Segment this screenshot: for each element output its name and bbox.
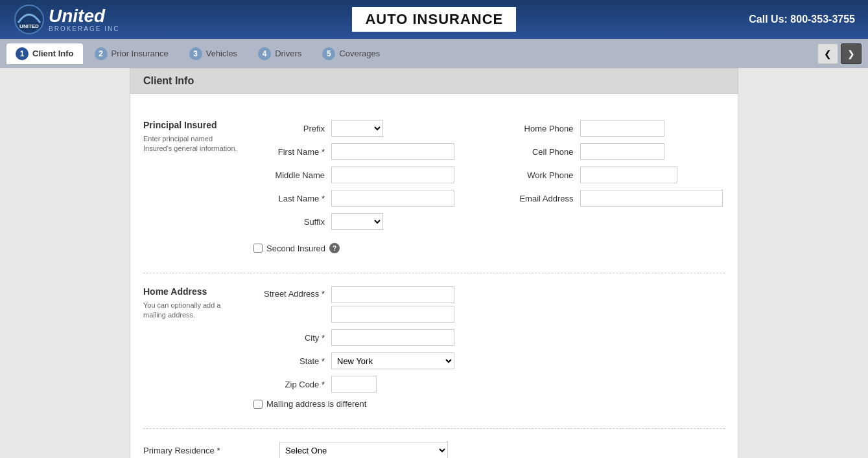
- middle-name-label: Middle Name: [253, 170, 325, 180]
- second-insured-row: Second Insured ?: [253, 243, 725, 253]
- second-insured-checkbox[interactable]: [253, 244, 263, 253]
- principal-insured-fields: Prefix Mr. Mrs. Ms. Dr.: [253, 120, 725, 260]
- principal-insured-heading: Principal Insured: [143, 120, 240, 130]
- home-address-fields: Street Address * City State: [253, 286, 725, 415]
- home-address-section: Home Address You can optionally add a ma…: [143, 273, 725, 429]
- home-phone-row: Home Phone: [502, 120, 725, 137]
- work-phone-label: Work Phone: [502, 170, 574, 180]
- col-right: Home Phone Cell Phone Work Phone: [502, 120, 725, 236]
- last-name-label: Last Name: [253, 194, 325, 203]
- tab-client-info-label: Client Info: [32, 49, 74, 58]
- first-name-label: First Name: [253, 147, 325, 157]
- header: UNITED United BROKERAGE INC AUTO INSURAN…: [0, 0, 868, 39]
- work-phone-row: Work Phone: [502, 166, 725, 183]
- street-address-inputs: [331, 286, 454, 323]
- suffix-label: Suffix: [253, 217, 325, 227]
- nav-next-arrow[interactable]: ❯: [841, 43, 862, 64]
- mailing-address-label: Mailing address is different: [266, 399, 366, 409]
- home-phone-input[interactable]: [580, 120, 664, 137]
- tab-client-info[interactable]: 1 Client Info: [6, 43, 83, 64]
- last-name-row: Last Name: [253, 190, 476, 207]
- first-name-input[interactable]: [331, 143, 454, 160]
- prefix-row: Prefix Mr. Mrs. Ms. Dr.: [253, 120, 476, 137]
- page-title: Client Info: [143, 75, 194, 86]
- tab-prior-insurance[interactable]: 2 Prior Insurance: [86, 43, 178, 64]
- state-select[interactable]: New York Alabama Alaska California: [331, 352, 454, 369]
- mailing-address-checkbox[interactable]: [253, 400, 263, 409]
- mailing-address-row: Mailing address is different: [253, 399, 725, 409]
- content-header: Client Info: [130, 69, 738, 94]
- second-insured-help-icon[interactable]: ?: [329, 243, 340, 253]
- email-row: Email Address: [502, 190, 725, 207]
- nav-tabs: 1 Client Info 2 Prior Insurance 3 Vehicl…: [0, 39, 868, 68]
- city-label: City: [253, 333, 325, 343]
- zip-code-input[interactable]: [331, 376, 377, 393]
- cell-phone-label: Cell Phone: [502, 147, 574, 157]
- street-address-row: Street Address *: [253, 286, 725, 323]
- step-2-num: 2: [95, 47, 108, 60]
- principal-insured-description: Enter principal named Insured's general …: [143, 134, 240, 154]
- home-phone-label: Home Phone: [502, 124, 574, 133]
- svg-text:UNITED: UNITED: [19, 23, 39, 29]
- call-label: Call Us:: [749, 14, 788, 25]
- prefix-label: Prefix: [253, 124, 325, 133]
- principal-insured-section: Principal Insured Enter principal named …: [143, 107, 725, 273]
- logo-sub: BROKERAGE INC: [49, 25, 119, 32]
- step-4-num: 4: [258, 47, 271, 60]
- call-number: 800-353-3755: [790, 14, 855, 25]
- tab-prior-insurance-label: Prior Insurance: [111, 49, 169, 58]
- svg-point-0: [15, 5, 43, 34]
- step-1-num: 1: [16, 47, 29, 60]
- home-address-description: You can optionally add a mailing address…: [143, 301, 240, 321]
- middle-name-row: Middle Name: [253, 166, 476, 183]
- home-address-heading: Home Address: [143, 286, 240, 297]
- city-row: City: [253, 329, 725, 346]
- cell-phone-row: Cell Phone: [502, 143, 725, 160]
- logo-name: United: [49, 6, 105, 26]
- tab-coverages-label: Coverages: [339, 49, 380, 58]
- logo-icon: UNITED: [13, 3, 45, 36]
- state-row: State New York Alabama Alaska California: [253, 352, 725, 369]
- email-input[interactable]: [580, 190, 723, 207]
- cell-phone-input[interactable]: [580, 143, 664, 160]
- email-label: Email Address: [502, 194, 574, 203]
- two-col-fields: Prefix Mr. Mrs. Ms. Dr.: [253, 120, 725, 236]
- street-address-input-2[interactable]: [331, 306, 454, 323]
- middle-name-input[interactable]: [331, 166, 454, 183]
- bottom-section: Primary Residence * Select One Own Rent …: [143, 429, 725, 458]
- zip-code-label: Zip Code: [253, 380, 325, 389]
- street-address-input-1[interactable]: [331, 286, 454, 303]
- suffix-select[interactable]: Jr. Sr. II III: [331, 213, 383, 230]
- home-address-label: Home Address You can optionally add a ma…: [143, 286, 240, 415]
- nav-arrows: ❮ ❯: [817, 43, 862, 64]
- tab-vehicles-label: Vehicles: [206, 49, 237, 58]
- main-wrapper: Client Info Principal Insured Enter prin…: [0, 68, 868, 458]
- first-name-row: First Name: [253, 143, 476, 160]
- call-us: Call Us: 800-353-3755: [749, 14, 855, 25]
- tab-drivers[interactable]: 4 Drivers: [249, 43, 311, 64]
- primary-residence-row: Primary Residence * Select One Own Rent: [143, 442, 725, 458]
- last-name-input[interactable]: [331, 190, 454, 207]
- tab-drivers-label: Drivers: [275, 49, 301, 58]
- tab-vehicles[interactable]: 3 Vehicles: [180, 43, 246, 64]
- nav-prev-arrow[interactable]: ❮: [817, 43, 838, 64]
- street-address-label: Street Address *: [253, 286, 325, 299]
- suffix-row: Suffix Jr. Sr. II III: [253, 213, 476, 230]
- work-phone-input[interactable]: [580, 166, 677, 183]
- zip-code-row: Zip Code: [253, 376, 725, 393]
- col-left: Prefix Mr. Mrs. Ms. Dr.: [253, 120, 476, 236]
- primary-residence-select[interactable]: Select One Own Rent: [279, 442, 448, 458]
- primary-residence-label: Primary Residence *: [143, 446, 273, 455]
- content-box: Client Info Principal Insured Enter prin…: [130, 68, 738, 458]
- step-3-num: 3: [189, 47, 202, 60]
- content-body: Principal Insured Enter principal named …: [130, 94, 738, 458]
- step-5-num: 5: [322, 47, 335, 60]
- logo: UNITED United BROKERAGE INC: [13, 3, 119, 36]
- city-input[interactable]: [331, 329, 454, 346]
- second-insured-label: Second Insured: [266, 244, 325, 253]
- principal-insured-label: Principal Insured Enter principal named …: [143, 120, 240, 260]
- prefix-select[interactable]: Mr. Mrs. Ms. Dr.: [331, 120, 383, 137]
- tab-coverages[interactable]: 5 Coverages: [313, 43, 389, 64]
- state-label: State: [253, 356, 325, 366]
- site-title: AUTO INSURANCE: [352, 7, 516, 32]
